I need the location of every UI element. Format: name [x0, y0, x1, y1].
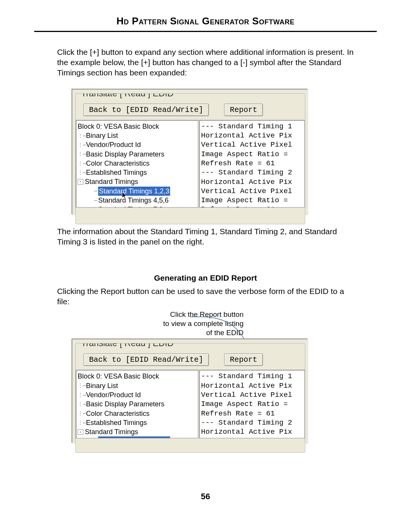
- report-line: Vertical Active Pixel: [201, 187, 303, 196]
- tree-item-binary-list[interactable]: ⋮⋯Binary List: [78, 131, 198, 140]
- report-line: Refresh Rate = 61: [201, 205, 303, 207]
- header-divider: [34, 31, 377, 32]
- groupbox-title: Translate [ Read ] EDID: [80, 343, 175, 348]
- tree-item-std-timings-78[interactable]: ⋯Standard Timings 7,8: [78, 205, 198, 207]
- page-title: Hd Pattern Signal Generator Software: [0, 15, 411, 27]
- back-button[interactable]: Back to [EDID Read/Write]: [83, 353, 209, 366]
- tree-root[interactable]: Block 0: VESA Basic Block: [78, 122, 198, 131]
- tree-item-std-timings-123[interactable]: ⋯ Standard Timings 1,2,3: [78, 436, 198, 438]
- report-line: Refresh Rate = 61: [201, 409, 303, 418]
- report-line: Horizontal Active Pix: [201, 177, 303, 187]
- screenshot-edid-translate-expanded: Translate [ Read ] EDID Back to [EDID Re…: [72, 89, 308, 215]
- tree-item-standard-timings[interactable]: - Standard Timings: [78, 177, 198, 186]
- back-button[interactable]: Back to [EDID Read/Write]: [83, 104, 209, 116]
- groupbox-title: Translate [ Read ] EDID: [80, 93, 175, 99]
- tree-item-established-timings[interactable]: ⋮⋯Established Timings: [78, 168, 198, 177]
- report-line: --- Standard Timing 2: [201, 168, 303, 177]
- tree-item-binary-list[interactable]: ⋮⋯Binary List: [78, 381, 198, 390]
- page-number: 56: [0, 492, 411, 502]
- section-heading: Generating an EDID Report: [0, 273, 411, 283]
- report-line: Image Aspect Ratio =: [201, 196, 303, 205]
- report-button[interactable]: Report: [224, 104, 263, 116]
- report-paragraph: Clicking the Report button can be used t…: [57, 286, 358, 307]
- report-line: --- Standard Timing 1: [201, 122, 303, 131]
- tree-item-color-char[interactable]: ⋮⋯Color Characteristics: [78, 159, 198, 168]
- report-line: Vertical Active Pixel: [201, 390, 303, 399]
- callout-text: Click the Report button to view a comple…: [57, 310, 244, 337]
- tree-item-standard-timings[interactable]: - Standard Timings: [78, 427, 198, 436]
- tree-item-color-char[interactable]: ⋮⋯Color Characteristics: [78, 409, 198, 418]
- intro-paragraph: Click the [+] button to expand any secti…: [57, 47, 358, 78]
- tree-item-vendor-product[interactable]: ⋮⋯Vendor/Product Id: [78, 390, 198, 399]
- report-line: Vertical Active Pixel: [201, 140, 303, 149]
- report-line: --- Standard Timing 2: [201, 418, 303, 427]
- report-line: Image Aspect Ratio =: [201, 150, 303, 159]
- tree-item-std-timings-456[interactable]: ⋯Standard Timings 4,5,6: [78, 196, 198, 205]
- tree-item-std-timings-123[interactable]: ⋯ Standard Timings 1,2,3: [78, 187, 198, 196]
- report-line: Image Aspect Ratio =: [201, 399, 303, 409]
- report-line: Refresh Rate = 61: [201, 159, 303, 168]
- collapse-icon[interactable]: -: [78, 179, 83, 185]
- tree-item-established-timings[interactable]: ⋮⋯Established Timings: [78, 418, 198, 427]
- collapse-icon[interactable]: -: [78, 429, 83, 435]
- tree-root[interactable]: Block 0: VESA Basic Block: [78, 372, 198, 381]
- screenshot-edid-translate-report: Translate [ Read ] EDID Back to [EDID Re…: [72, 339, 308, 444]
- report-line: Horizontal Active Pix: [201, 131, 303, 140]
- report-line: Horizontal Active Pix: [201, 381, 303, 390]
- tree-item-basic-display[interactable]: ⋮⋯Basic Display Parameters: [78, 399, 198, 409]
- report-button[interactable]: Report: [224, 353, 263, 366]
- report-line: --- Standard Timing 1: [201, 372, 303, 381]
- mid-paragraph: The information about the Standard Timin…: [57, 227, 358, 247]
- report-line: Horizontal Active Pix: [201, 427, 303, 436]
- tree-item-vendor-product[interactable]: ⋮⋯Vendor/Product Id: [78, 140, 198, 149]
- tree-item-basic-display[interactable]: ⋮⋯Basic Display Parameters: [78, 150, 198, 159]
